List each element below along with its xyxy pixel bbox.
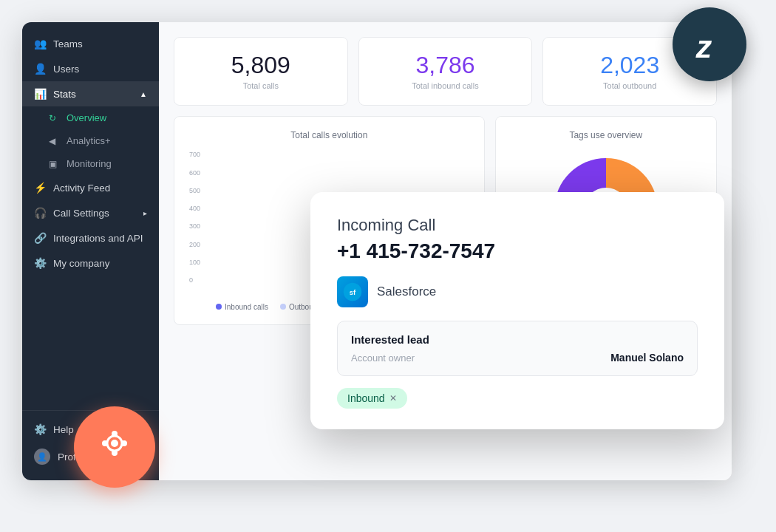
inbound-calls-label: Total inbound calls: [377, 81, 514, 90]
outbound-legend-dot: [280, 304, 286, 310]
svg-point-7: [111, 440, 118, 447]
integrations-icon: 🔗: [34, 232, 46, 244]
account-owner-label: Account owner: [351, 352, 415, 364]
account-owner-value: Manuel Solano: [610, 352, 684, 364]
inbound-legend-dot: [216, 304, 222, 310]
sidebar-subitem-analytics[interactable]: ◀ Analytics+: [22, 129, 159, 152]
incoming-call-number: +1 415-732-7547: [337, 239, 698, 263]
crm-row: sf Salesforce: [337, 276, 698, 307]
analytics-icon: ◀: [49, 136, 59, 146]
overview-icon: ↻: [49, 113, 59, 123]
stat-total-calls: 5,809 Total calls: [174, 37, 348, 106]
monitoring-icon: ▣: [49, 159, 59, 169]
call-settings-icon: 🎧: [34, 207, 46, 219]
company-icon: ⚙️: [34, 257, 46, 269]
sidebar-subitem-monitoring[interactable]: ▣ Monitoring: [22, 152, 159, 175]
lead-title: Interested lead: [351, 333, 684, 346]
sidebar-item-stats[interactable]: 📊 Stats ▲: [22, 81, 159, 106]
chevron-up-icon: ▲: [140, 90, 147, 98]
hubspot-badge[interactable]: [74, 406, 155, 488]
sidebar-item-users[interactable]: 👤 Users: [22, 56, 159, 81]
lead-owner-row: Account owner Manuel Solano: [351, 352, 684, 364]
users-icon: 👤: [34, 63, 46, 75]
total-calls-label: Total calls: [192, 81, 330, 90]
sidebar: 👥 Teams 👤 Users 📊 Stats ▲ ↻ Overview ◀ A…: [22, 22, 159, 480]
inbound-tag[interactable]: Inbound ✕: [337, 388, 407, 409]
zendesk-logo: z: [687, 22, 732, 66]
bar-chart-title: Total calls evolution: [189, 130, 469, 140]
total-calls-number: 5,809: [192, 52, 330, 78]
y-axis: 0 100 200 300 400 500 600 700: [189, 151, 200, 284]
svg-text:z: z: [695, 30, 712, 64]
svg-point-4: [112, 450, 118, 456]
stats-cards-row: 5,809 Total calls 3,786 Total inbound ca…: [174, 37, 717, 106]
sidebar-item-company[interactable]: ⚙️ My company: [22, 250, 159, 276]
teams-icon: 👥: [34, 38, 46, 50]
stats-icon: 📊: [34, 88, 46, 100]
lead-card: Interested lead Account owner Manuel Sol…: [337, 321, 698, 376]
sidebar-divider: [22, 410, 159, 411]
salesforce-logo: sf: [337, 276, 368, 307]
incoming-call-overlay: Incoming Call +1 415-732-7547 sf Salesfo…: [310, 192, 724, 429]
tag-close-icon[interactable]: ✕: [389, 393, 397, 403]
crm-name-label: Salesforce: [377, 284, 436, 299]
activity-icon: ⚡: [34, 182, 46, 194]
incoming-call-title: Incoming Call: [337, 216, 698, 235]
chevron-right-icon: ▸: [143, 209, 147, 217]
outbound-calls-label: Total outbound: [561, 81, 698, 90]
sidebar-item-activity-feed[interactable]: ⚡ Activity Feed: [22, 175, 159, 200]
svg-point-6: [121, 440, 127, 446]
stat-inbound-calls: 3,786 Total inbound calls: [358, 37, 533, 106]
sidebar-item-call-settings[interactable]: 🎧 Call Settings ▸: [22, 200, 159, 225]
svg-point-3: [112, 431, 118, 437]
pie-chart-title: Tags use overview: [511, 130, 701, 140]
inbound-tag-label: Inbound: [347, 392, 385, 404]
sidebar-item-teams[interactable]: 👥 Teams: [22, 31, 159, 56]
sidebar-item-integrations[interactable]: 🔗 Integrations and API: [22, 225, 159, 250]
zendesk-badge[interactable]: z: [673, 7, 746, 81]
help-icon: ⚙️: [34, 423, 46, 435]
sidebar-subitem-overview[interactable]: ↻ Overview: [22, 106, 159, 129]
inbound-calls-number: 3,786: [377, 52, 514, 78]
inbound-legend-label: Inbound calls: [225, 303, 268, 311]
hubspot-icon: [96, 425, 133, 469]
svg-point-5: [102, 440, 108, 446]
profile-avatar-icon: 👤: [34, 449, 50, 465]
svg-text:sf: sf: [350, 288, 356, 296]
